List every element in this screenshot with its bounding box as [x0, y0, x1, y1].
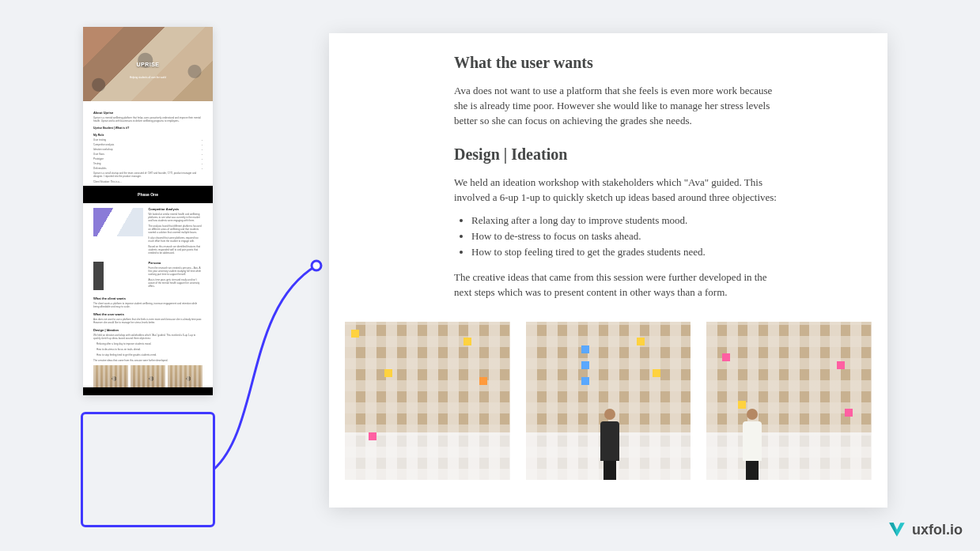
user-wants-heading: What the user wants: [93, 312, 202, 316]
persona-heading: Persona: [148, 262, 202, 265]
person-figure: [740, 409, 765, 480]
user-wants-para: Ava does not want to use a platform that…: [93, 318, 202, 324]
role-label: Testing: [93, 162, 101, 165]
person-figure: [597, 409, 622, 480]
detail-paragraph: We held an ideation workshop with stakeh…: [454, 175, 786, 205]
persona-text: Persona From the research we created a p…: [148, 262, 202, 290]
ideation-thumbs: [93, 365, 202, 387]
role-label: Deliverables: [93, 167, 107, 170]
case-study-thumbnail: UPRISE Helping students all over the wor…: [83, 27, 213, 395]
uxfolio-logo-icon: [887, 519, 907, 540]
ideation-para: The creative ideas that came from this s…: [93, 359, 202, 362]
subheading: Uprise Student | What is it?: [93, 126, 202, 130]
competitor-thumb: [93, 208, 143, 236]
ideation-bullet: Relaxing after a long day to improve stu…: [96, 342, 202, 345]
hero-title: UPRISE: [136, 62, 159, 67]
role-label: User testing: [93, 138, 106, 142]
competitor-para: We looked at similar mental health and w…: [148, 213, 202, 222]
persona-para: Ava is time poor, gets stressed easily a…: [148, 278, 202, 288]
zoom-connector: [214, 261, 332, 474]
client-heading: What the client wants: [93, 296, 202, 300]
role-item: Competitor analysis-: [93, 143, 202, 146]
detail-bullet: How to de-stress to focus on tasks ahead…: [471, 228, 786, 244]
ideation-thumb: [93, 365, 128, 387]
persona-para: From the research we created a persona –…: [148, 266, 202, 276]
zoom-detail-panel: What the user wants Ava does not want to…: [329, 33, 887, 508]
about-para: Uprise is a mental wellbeing platform th…: [93, 116, 202, 123]
hero-subtitle: Helping students all over the world: [83, 76, 213, 79]
ideation-thumb: [168, 365, 202, 387]
competitor-para: Based on this research we identified fea…: [148, 245, 202, 255]
competitor-para: The analysis found that different platfo…: [148, 225, 202, 234]
detail-bullet: Relaxing after a long day to improve stu…: [471, 213, 786, 228]
zoom-highlight-box: [81, 412, 215, 527]
competitor-heading: Competitor Analysis: [148, 208, 202, 211]
role-item: Testing-: [93, 162, 202, 165]
about-para: Client Situation: This is a…: [93, 180, 202, 183]
footer-strip: [83, 387, 213, 395]
svg-point-0: [312, 261, 321, 270]
ideation-heading: Design | Ideation: [93, 328, 202, 332]
competitor-text: Competitor Analysis We looked at similar…: [148, 208, 202, 257]
mini-body: About Uprise Uprise is a mental wellbein…: [83, 101, 213, 395]
role-item: User flows-: [93, 153, 202, 156]
ideation-photo: [706, 322, 872, 480]
watermark-text: uxfol.io: [912, 522, 963, 538]
competitor-para: It also showed that some platforms requi…: [148, 236, 202, 243]
role-label: Prototype: [93, 157, 104, 160]
competitor-row: Competitor Analysis We looked at similar…: [93, 208, 202, 257]
detail-paragraph: The creative ideas that came from this s…: [454, 270, 786, 300]
ideation-photo-row: [345, 322, 872, 480]
role-label: Competitor analysis: [93, 143, 114, 146]
role-label: User flows: [93, 153, 104, 156]
role-item: Deliverables-: [93, 167, 202, 170]
persona-thumb: [93, 262, 143, 290]
role-label: Ideation workshop: [93, 148, 112, 151]
role-heading: My Role: [93, 134, 202, 137]
detail-bullet-list: Relaxing after a long day to improve stu…: [471, 213, 786, 260]
hero-section: UPRISE Helping students all over the wor…: [83, 27, 213, 101]
ideation-para: We held an ideation workshop with stakeh…: [93, 334, 202, 340]
role-item: User testing-: [93, 138, 202, 142]
detail-paragraph: Ava does not want to use a platform that…: [454, 83, 786, 128]
detail-heading-ideation: Design | Ideation: [454, 145, 786, 164]
uxfolio-watermark: uxfol.io: [887, 519, 963, 540]
about-heading: About Uprise: [93, 111, 202, 115]
ideation-photo: [345, 322, 510, 480]
ideation-bullet: How to de-stress to focus on tasks ahead…: [96, 348, 202, 351]
detail-bullet: How to stop feeling tired to get the gra…: [471, 244, 786, 260]
client-para: The client wants a platform to improve s…: [93, 302, 202, 308]
persona-row: Persona From the research we created a p…: [93, 262, 202, 290]
ideation-photo: [526, 322, 691, 480]
ideation-thumb: [131, 365, 165, 387]
role-item: Ideation workshop-: [93, 148, 202, 151]
about-para: Uprise is a small startup and the team c…: [93, 172, 202, 178]
ideation-bullet: How to stop feeling tired to get the gra…: [96, 353, 202, 357]
detail-heading-user-wants: What the user wants: [454, 54, 786, 72]
phase-banner: Phase One: [83, 186, 213, 203]
role-item: Prototype-: [93, 157, 202, 160]
